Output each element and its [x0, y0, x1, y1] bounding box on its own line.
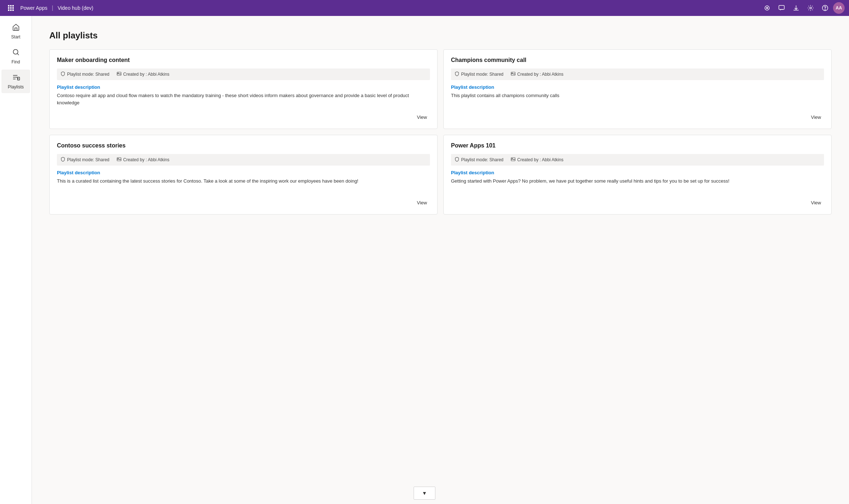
desc-label-powerapps101[interactable]: Playlist description — [451, 170, 824, 175]
card-footer-maker-onboarding: View — [57, 113, 430, 121]
svg-rect-0 — [8, 5, 9, 7]
meta-mode-maker-onboarding: Playlist mode: Shared — [61, 71, 109, 77]
created-text-3: Created by : Abbi Atkins — [123, 157, 169, 162]
meta-created-champions: Created by : Abbi Atkins — [511, 71, 563, 77]
card-title-maker-onboarding: Maker onboarding content — [57, 57, 430, 63]
mode-text-4: Playlist mode: Shared — [461, 157, 504, 162]
home-icon — [12, 23, 20, 33]
waffle-icon — [8, 5, 14, 11]
card-title-powerapps101: Power Apps 101 — [451, 142, 824, 149]
view-button-contoso[interactable]: View — [414, 199, 430, 207]
image-icon-4 — [511, 157, 515, 163]
sidebar: Start Find Playlists — [0, 16, 32, 504]
sidebar-item-start[interactable]: Start — [1, 20, 30, 43]
gear-icon — [807, 5, 814, 11]
desc-text-contoso: This is a curated list containing the la… — [57, 178, 430, 193]
meta-created-powerapps101: Created by : Abbi Atkins — [511, 157, 563, 163]
image-icon-2 — [511, 71, 515, 77]
meta-created-maker-onboarding: Created by : Abbi Atkins — [117, 71, 169, 77]
page-title: All playlists — [49, 30, 832, 41]
card-meta-powerapps101: Playlist mode: Shared Created by : Abbi … — [451, 154, 824, 166]
shield-icon-4 — [455, 157, 459, 163]
svg-point-14 — [825, 9, 825, 10]
desc-text-champions: This playlist contains all champions com… — [451, 92, 824, 107]
shield-icon-1 — [61, 71, 65, 77]
chat-button[interactable] — [775, 1, 788, 14]
topbar-right-actions: AA — [761, 1, 845, 14]
download-icon — [793, 5, 799, 11]
card-meta-champions: Playlist mode: Shared Created by : Abbi … — [451, 68, 824, 80]
desc-text-powerapps101: Getting started with Power Apps? No prob… — [451, 178, 824, 193]
image-icon-1 — [117, 71, 121, 77]
desc-text-maker-onboarding: Contoso require all app and cloud flow m… — [57, 92, 430, 107]
chat-icon — [778, 5, 785, 11]
image-icon-3 — [117, 157, 121, 163]
svg-rect-6 — [8, 9, 9, 11]
playlist-card-contoso: Contoso success stories Playlist mode: S… — [49, 135, 438, 214]
mode-text-2: Playlist mode: Shared — [461, 72, 504, 77]
svg-point-10 — [766, 7, 768, 9]
card-title-champions: Champions community call — [451, 57, 824, 63]
content-area: All playlists Maker onboarding content P… — [32, 16, 849, 504]
created-text-2: Created by : Abbi Atkins — [517, 72, 563, 77]
svg-rect-7 — [10, 9, 12, 11]
topbar-separator: | — [52, 5, 53, 11]
hub-name: Video hub (dev) — [58, 5, 94, 11]
view-button-maker-onboarding[interactable]: View — [414, 113, 430, 121]
svg-rect-3 — [8, 7, 9, 9]
help-button[interactable] — [819, 1, 832, 14]
desc-label-champions[interactable]: Playlist description — [451, 84, 824, 90]
record-icon — [764, 5, 770, 11]
card-title-contoso: Contoso success stories — [57, 142, 430, 149]
svg-point-12 — [810, 7, 812, 9]
playlist-card-powerapps101: Power Apps 101 Playlist mode: Shared — [443, 135, 832, 214]
playlist-icon — [12, 73, 20, 83]
meta-created-contoso: Created by : Abbi Atkins — [117, 157, 169, 163]
chevron-down-icon: ▼ — [422, 490, 427, 496]
sidebar-start-label: Start — [11, 34, 20, 39]
svg-rect-5 — [12, 7, 14, 9]
view-button-powerapps101[interactable]: View — [808, 199, 824, 207]
waffle-button[interactable] — [4, 1, 17, 14]
svg-rect-1 — [10, 5, 12, 7]
sidebar-item-find[interactable]: Find — [1, 45, 30, 68]
card-footer-contoso: View — [57, 199, 430, 207]
meta-mode-powerapps101: Playlist mode: Shared — [455, 157, 504, 163]
topbar: Power Apps | Video hub (dev) — [0, 0, 849, 16]
avatar-button[interactable]: AA — [833, 2, 845, 14]
shield-icon-2 — [455, 71, 459, 77]
card-footer-champions: View — [451, 113, 824, 121]
sidebar-item-playlists[interactable]: Playlists — [1, 70, 30, 93]
mode-text-3: Playlist mode: Shared — [67, 157, 109, 162]
svg-rect-8 — [12, 9, 14, 11]
mode-text-1: Playlist mode: Shared — [67, 72, 109, 77]
svg-rect-11 — [779, 5, 784, 9]
created-text-4: Created by : Abbi Atkins — [517, 157, 563, 162]
main-layout: Start Find Playlists All playlists — [0, 16, 849, 504]
playlist-card-maker-onboarding: Maker onboarding content Playlist mode: … — [49, 49, 438, 129]
meta-mode-contoso: Playlist mode: Shared — [61, 157, 109, 163]
card-meta-maker-onboarding: Playlist mode: Shared Created by : Abbi … — [57, 68, 430, 80]
search-icon — [12, 48, 20, 58]
card-footer-powerapps101: View — [451, 199, 824, 207]
playlist-grid: Maker onboarding content Playlist mode: … — [49, 49, 832, 214]
svg-rect-4 — [10, 7, 12, 9]
playlist-card-champions: Champions community call Playlist mode: … — [443, 49, 832, 129]
meta-mode-champions: Playlist mode: Shared — [455, 71, 504, 77]
shield-icon-3 — [61, 157, 65, 163]
app-name: Power Apps — [20, 5, 47, 11]
view-button-champions[interactable]: View — [808, 113, 824, 121]
record-button[interactable] — [761, 1, 774, 14]
settings-button[interactable] — [804, 1, 817, 14]
download-button[interactable] — [790, 1, 803, 14]
scroll-down-button[interactable]: ▼ — [414, 487, 435, 500]
card-meta-contoso: Playlist mode: Shared Created by : Abbi … — [57, 154, 430, 166]
sidebar-find-label: Find — [12, 59, 20, 64]
svg-rect-2 — [12, 5, 14, 7]
help-icon — [822, 5, 828, 11]
desc-label-contoso[interactable]: Playlist description — [57, 170, 430, 175]
sidebar-playlists-label: Playlists — [8, 84, 24, 89]
created-text-1: Created by : Abbi Atkins — [123, 72, 169, 77]
desc-label-maker-onboarding[interactable]: Playlist description — [57, 84, 430, 90]
svg-point-15 — [13, 50, 18, 54]
